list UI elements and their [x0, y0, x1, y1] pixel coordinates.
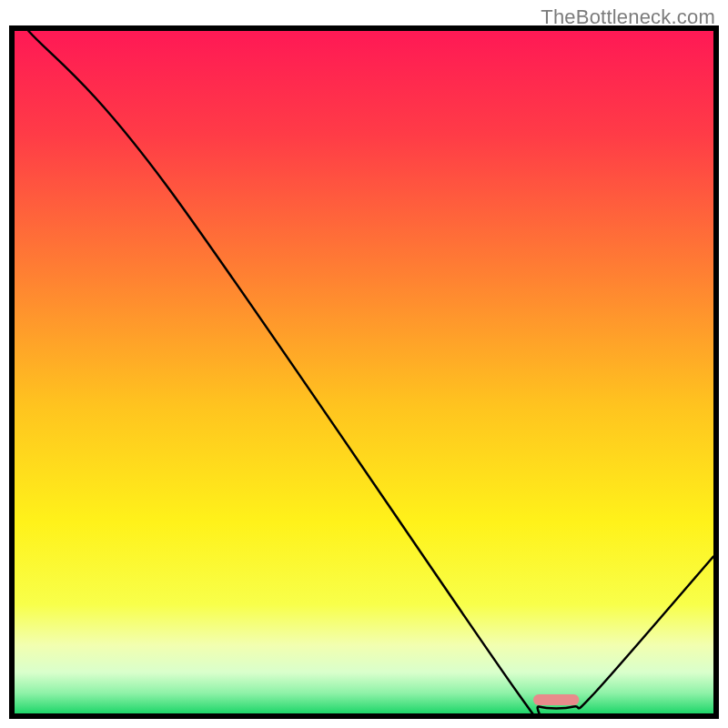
chart-frame [9, 25, 719, 719]
optimal-marker [533, 694, 579, 705]
bottleneck-chart [9, 25, 719, 719]
chart-background [15, 31, 713, 713]
